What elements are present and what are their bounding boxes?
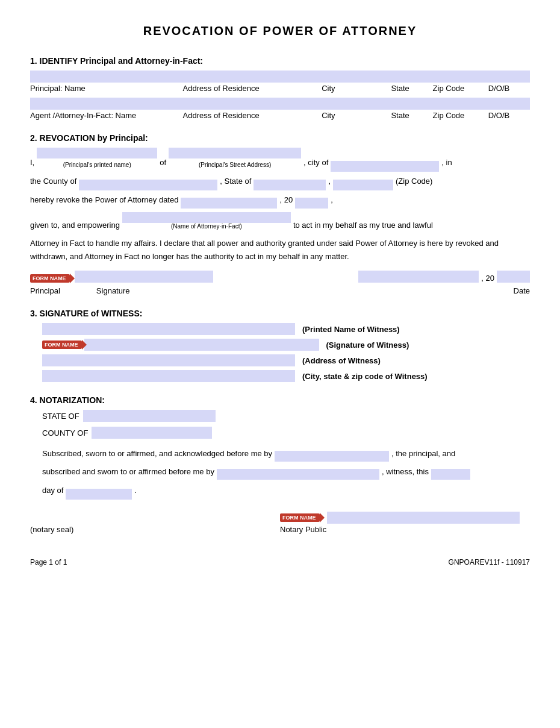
witness-section: (Printed Name of Witness) FORM NAME (Sig… bbox=[42, 323, 530, 382]
section-4: 4. NOTARIZATION: STATE OF COUNTY OF Subs… bbox=[30, 395, 530, 534]
city2-label: City bbox=[322, 111, 391, 120]
attorney-name-sub: (Name of Attorney-in-Fact) bbox=[171, 223, 242, 230]
date-label: Date bbox=[514, 286, 530, 295]
subscribed-text4: , witness, this bbox=[382, 464, 429, 480]
revoke-prefix: hereby revoke the Power of Attorney date… bbox=[30, 192, 178, 209]
revoc-line-2: the County of , State of , (Zip Code) bbox=[30, 173, 530, 190]
county-of-row: COUNTY OF bbox=[42, 427, 530, 439]
witness-printed-name-row: (Printed Name of Witness) bbox=[42, 323, 530, 335]
20-text: , 20 bbox=[279, 192, 293, 209]
doc-id: GNPOAREV11f - 110917 bbox=[449, 558, 530, 566]
form-tag-4: FORM NAME bbox=[280, 513, 320, 522]
in-text: , in bbox=[441, 154, 452, 172]
address2-label: Address of Residence bbox=[183, 111, 322, 120]
given-to-prefix: given to, and empowering bbox=[30, 221, 120, 230]
principal-label-row: Principal: Name Address of Residence Cit… bbox=[30, 84, 530, 93]
principal-address-sub: (Principal's Street Address) bbox=[199, 158, 271, 172]
principal-name-field[interactable] bbox=[37, 148, 157, 158]
i-prefix: I, bbox=[30, 154, 34, 172]
signature-label: Signature bbox=[96, 286, 130, 295]
principal-sig-row: FORM NAME , 20 bbox=[30, 271, 530, 283]
notary-seal-label: (notary seal) bbox=[30, 525, 280, 534]
city-label: City bbox=[322, 84, 391, 93]
witness-city-field[interactable] bbox=[42, 370, 295, 382]
day-suffix: . bbox=[134, 482, 137, 500]
sig-labels-left: Principal Signature bbox=[30, 286, 130, 295]
attorney-name-group: (Name of Attorney-in-Fact) bbox=[122, 212, 291, 230]
state-of-text: , State of bbox=[220, 173, 251, 190]
witness-address-row: (Address of Witness) bbox=[42, 354, 530, 366]
county-prefix: the County of bbox=[30, 173, 76, 190]
section-3-heading: 3. SIGNATURE of WITNESS: bbox=[30, 309, 530, 318]
section-1: 1. IDENTIFY Principal and Attorney-in-Fa… bbox=[30, 56, 530, 120]
day-of-field[interactable] bbox=[66, 489, 132, 500]
subscribed-name-field[interactable] bbox=[275, 451, 389, 462]
section-3: 3. SIGNATURE of WITNESS: (Printed Name o… bbox=[30, 309, 530, 382]
revoc-line-4: given to, and empowering (Name of Attorn… bbox=[30, 212, 530, 230]
notary-sig-row: (notary seal) FORM NAME Notary Public bbox=[30, 512, 530, 534]
zip-label: Zip Code bbox=[433, 84, 488, 93]
dob2-label: D/O/B bbox=[488, 111, 530, 120]
section-2-heading: 2. REVOCATION by Principal: bbox=[30, 133, 530, 143]
notary-sig-field-row: FORM NAME bbox=[280, 512, 520, 524]
day-of-row: day of . bbox=[42, 482, 530, 500]
form-tag-container-3: FORM NAME bbox=[42, 340, 84, 349]
principal-field-bar[interactable] bbox=[30, 71, 530, 83]
subscribed-text3: subscribed and sworn to or affirmed befo… bbox=[42, 464, 214, 480]
principal-sig-field[interactable] bbox=[75, 271, 213, 283]
date-20-text: , 20 bbox=[481, 274, 494, 283]
zip-field[interactable] bbox=[333, 180, 393, 190]
subscribed-line-2: subscribed and sworn to or affirmed befo… bbox=[42, 464, 530, 480]
state-of-label: STATE OF bbox=[42, 412, 79, 421]
county-of-field[interactable] bbox=[92, 427, 212, 439]
principal-name-label: Principal: Name bbox=[30, 84, 183, 93]
state2-label: State bbox=[391, 111, 432, 120]
document-title: REVOCATION OF POWER OF ATTORNEY bbox=[30, 24, 530, 38]
revoke-year-field[interactable] bbox=[295, 198, 328, 209]
agent-label-row: Agent /Attorney-In-Fact: Name Address of… bbox=[30, 111, 530, 120]
date-field[interactable] bbox=[358, 271, 479, 283]
principal-address-field[interactable] bbox=[169, 148, 301, 158]
revoke-date-field[interactable] bbox=[181, 198, 277, 209]
date-label-right: Date bbox=[514, 286, 530, 295]
witness-city-label: (City, state & zip code of Witness) bbox=[302, 372, 428, 381]
principal-name-sub: (Principal's printed name) bbox=[63, 158, 131, 172]
form-tag-3: FORM NAME bbox=[42, 340, 82, 349]
page-label: Page 1 of 1 bbox=[30, 558, 67, 566]
dob-label: D/O/B bbox=[488, 84, 530, 93]
witness-city-row: (City, state & zip code of Witness) bbox=[42, 370, 530, 382]
witness-printed-name-field[interactable] bbox=[42, 323, 295, 335]
revoc-body-text: Attorney in Fact to handle my affairs. I… bbox=[30, 237, 530, 263]
notary-sig-right: FORM NAME Notary Public bbox=[280, 512, 530, 534]
subscribed-witness-field[interactable] bbox=[217, 469, 379, 480]
date-year-field[interactable] bbox=[497, 271, 530, 283]
section-4-heading: 4. NOTARIZATION: bbox=[30, 395, 530, 405]
witness-sig-label: (Signature of Witness) bbox=[326, 340, 409, 350]
county-field[interactable] bbox=[79, 180, 217, 190]
notary-public-label: Notary Public bbox=[280, 525, 326, 534]
witness-address-field[interactable] bbox=[42, 354, 295, 366]
zip-code-label: (Zip Code) bbox=[396, 173, 432, 190]
state-label: State bbox=[391, 84, 432, 93]
attorney-name-field[interactable] bbox=[122, 212, 291, 223]
to-act-text: to act in my behalf as my true and lawfu… bbox=[293, 221, 433, 230]
state-of-field[interactable] bbox=[83, 410, 216, 422]
principal-label: Principal bbox=[30, 286, 60, 295]
form-tag-container-4: FORM NAME bbox=[280, 513, 322, 522]
notary-sig-field[interactable] bbox=[327, 512, 520, 524]
witness-sig-field[interactable] bbox=[84, 339, 319, 351]
subscribed-line-1: Subscribed, sworn to or affirmed, and ac… bbox=[42, 446, 530, 462]
city-of-text: , city of bbox=[303, 154, 328, 172]
witness-address-label: (Address of Witness) bbox=[302, 356, 381, 365]
agent-name-label: Agent /Attorney-In-Fact: Name bbox=[30, 111, 183, 120]
principal-city-field[interactable] bbox=[331, 161, 439, 172]
principal-name-group: (Principal's printed name) bbox=[37, 148, 157, 172]
form-tag-1: FORM NAME bbox=[30, 274, 70, 283]
footer: Page 1 of 1 GNPOAREV11f - 110917 bbox=[30, 558, 530, 566]
state-field[interactable] bbox=[254, 180, 326, 190]
form-tag-container-1: FORM NAME bbox=[30, 274, 72, 283]
section-2: 2. REVOCATION by Principal: I, (Principa… bbox=[30, 133, 530, 295]
agent-field-bar[interactable] bbox=[30, 98, 530, 110]
subscribed-text2: , the principal, and bbox=[391, 446, 455, 462]
witness-this-field[interactable] bbox=[431, 469, 470, 480]
